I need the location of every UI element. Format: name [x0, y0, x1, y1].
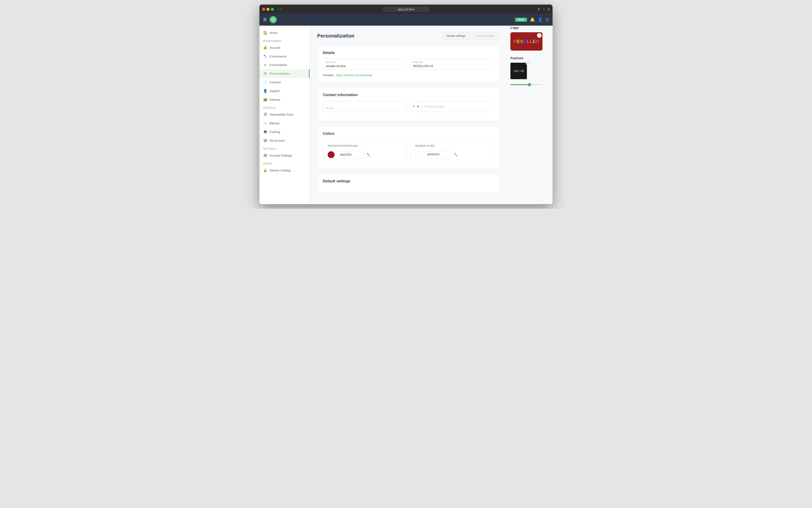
notifications-icon[interactable]: 🔔 [530, 17, 535, 22]
chevron-icon: › [305, 130, 306, 133]
sidebar-label-consumption: Consumption [270, 63, 287, 67]
right-panel: Logo ✕ RESELLER Favicon ✕ ESEL [507, 26, 552, 204]
maximize-button[interactable] [271, 8, 274, 11]
new-tab-icon[interactable]: + [543, 7, 545, 11]
header-bg-swatch[interactable] [328, 151, 335, 158]
sidebar-label-account: Account [270, 46, 280, 49]
page-title-group: Page title [410, 59, 494, 70]
sidebar-item-service-catalog[interactable]: 🔒 Service Catalog [260, 166, 310, 175]
sidebar-item-home[interactable]: 🏠 Home [260, 28, 310, 37]
app-logo [270, 16, 277, 23]
traffic-lights [262, 8, 274, 11]
logo-container: ✕ RESELLER [510, 32, 542, 51]
details-card-title: Details [323, 51, 494, 55]
phone-input[interactable] [422, 101, 494, 112]
logo-remove-button[interactable]: ✕ [537, 33, 542, 38]
personalization-icon: ⊞ [263, 71, 267, 76]
header-bg-color-card: HEADER BACKGROUND ✏️ [323, 140, 407, 163]
titlebar: ‹ › apps.zit.blue ⬆ + ⧉ [260, 5, 552, 14]
sidebar-label-contract: Contract [270, 81, 281, 84]
phone-flag-button[interactable]: 🏳 ▼ [410, 101, 422, 112]
services-section-label: SERVICES [260, 104, 310, 110]
phone-group: 🏳 ▼ [410, 101, 494, 112]
header-bg-label: HEADER BACKGROUND [328, 144, 402, 147]
user-icon[interactable]: 👤 [538, 17, 543, 22]
header-bg-hex-input[interactable] [337, 151, 364, 158]
forward-icon[interactable]: › [280, 7, 281, 11]
sidebar-item-contract[interactable]: 📄 Contract [260, 78, 310, 86]
sidebar-label-support: Support [270, 89, 280, 93]
logo-section: Logo ✕ RESELLER [510, 26, 552, 51]
edit-icons-color-icon[interactable]: ✏️ [454, 153, 458, 157]
page-title-label: Page title [413, 61, 423, 64]
page-title-input[interactable] [410, 59, 494, 70]
sidebar-item-vulnerability-scan[interactable]: 🛡️ Vulnerability Scan › [260, 110, 310, 119]
close-button[interactable] [262, 8, 265, 11]
sidebar-label-ecommerce: E-commerce [270, 55, 286, 58]
sidebar-label-delivery: Delivery [270, 98, 280, 101]
sidebar-item-support[interactable]: 👤 Support › [260, 86, 310, 95]
chevron-icon: › [305, 122, 306, 125]
main-content: Personalization Reset settings Save chan… [310, 26, 507, 204]
sidebar-item-all-services[interactable]: ⚙️ All services [260, 136, 310, 145]
share-icon[interactable]: ⬆ [537, 7, 540, 11]
header-icons-hex-input[interactable] [424, 151, 452, 158]
delivery-icon: 📦 [263, 97, 267, 101]
ecommerce-icon: 🔧 [263, 54, 267, 58]
reset-settings-button[interactable]: Reset settings [442, 32, 470, 40]
sidebar-item-backup[interactable]: ☁️ Backup › [260, 119, 310, 127]
header-buttons: Reset settings Save changes [442, 32, 499, 40]
hamburger-icon[interactable]: ☰ [263, 17, 267, 22]
layout-icon[interactable]: ⊡ [545, 17, 549, 22]
sidebar-item-delivery[interactable]: 📦 Delivery › [260, 95, 310, 104]
tabs-icon[interactable]: ⧉ [547, 7, 550, 11]
default-settings-title: Default settings [323, 179, 494, 183]
app-header-right: DEMO 🔔 👤 ⊡ [515, 17, 549, 22]
account-icon: 💰 [263, 46, 267, 50]
backup-icon: ☁️ [263, 121, 267, 125]
page-title: Personalization [317, 33, 354, 39]
sidebar-item-account-settings[interactable]: ⚙️ Account Settings › [260, 151, 310, 160]
header-bg-input-row: ✏️ [328, 151, 402, 158]
service-catalog-icon: 🔒 [263, 168, 267, 172]
site-name-label: Site name [325, 61, 336, 64]
favicon-size-slider[interactable] [510, 84, 542, 85]
chevron-icon: › [305, 154, 306, 157]
nav-controls[interactable]: ‹ › [277, 7, 281, 11]
preview-row: Preview: https://reseller.zit.blue/order [323, 74, 494, 77]
sidebar-item-ecommerce[interactable]: 🔧 E-commerce › [260, 52, 310, 60]
chevron-icon: › [305, 89, 306, 92]
sidebar-label-home: Home [270, 31, 277, 35]
preview-link[interactable]: https://reseller.zit.blue/order [336, 74, 373, 77]
contract-icon: 📄 [263, 80, 267, 84]
consumption-icon: ≡ [263, 63, 267, 67]
header-icons-swatch[interactable] [415, 151, 422, 158]
email-group [323, 101, 407, 112]
favicon-container: ✕ ESELLER [510, 63, 529, 79]
logo-image: RESELLER [513, 39, 540, 44]
edit-color-icon[interactable]: ✏️ [366, 153, 371, 157]
contact-card-title: Contact information [323, 93, 494, 97]
sidebar-label-all-services: All services [270, 139, 285, 142]
colors-card-title: Colors [323, 132, 494, 136]
minimize-button[interactable] [267, 8, 270, 11]
email-input[interactable] [323, 101, 407, 112]
sidebar-item-consumption[interactable]: ≡ Consumption [260, 60, 310, 69]
sidebar-label-account-settings: Account Settings [270, 154, 292, 157]
app-header-left: ☰ [263, 16, 277, 23]
contact-card: Contact information 🏳 ▼ [317, 87, 499, 121]
home-icon: 🏠 [263, 31, 267, 35]
app-header: ☰ DEMO 🔔 👤 ⊡ [260, 14, 552, 26]
colors-card: Colors HEADER BACKGROUND ✏️ HEADER ICONS [317, 126, 499, 169]
favicon-remove-button[interactable]: ✕ [526, 61, 530, 66]
sidebar-item-personalization[interactable]: ⊞ Personalization [260, 69, 310, 78]
sidebar-label-service-catalog: Service Catalog [270, 169, 291, 172]
save-changes-button[interactable]: Save changes [472, 32, 499, 40]
sidebar-item-training[interactable]: 💻 Training › [260, 127, 310, 136]
back-icon[interactable]: ‹ [277, 7, 279, 11]
sidebar-item-account[interactable]: 💰 Account › [260, 43, 310, 52]
url-bar[interactable]: apps.zit.blue [383, 7, 429, 12]
sidebar-label-vulnerability: Vulnerability Scan [270, 113, 293, 116]
titlebar-actions: ⬆ + ⧉ [537, 7, 550, 11]
chevron-down-icon: ▼ [417, 105, 420, 108]
